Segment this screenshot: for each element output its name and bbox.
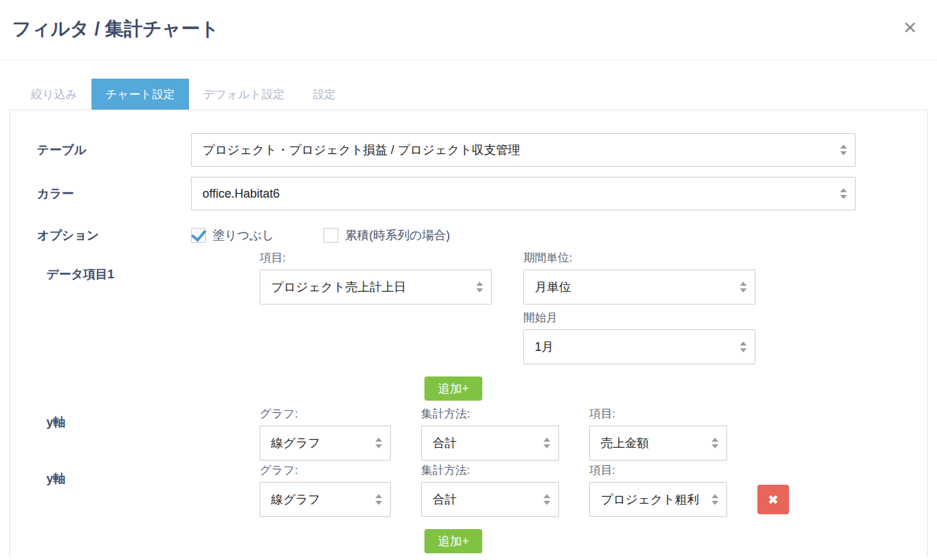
period-unit-label: 期間単位: (523, 250, 755, 266)
dialog-header: フィルタ / 集計チャート × (0, 0, 937, 61)
item-col: 項目: 売上金額 (589, 406, 727, 461)
dialog-title: フィルタ / 集計チャート (12, 16, 219, 42)
y-item-select[interactable]: 売上金額 (589, 426, 727, 461)
chevron-updown-icon (740, 342, 747, 352)
chevron-updown-icon (840, 145, 847, 155)
cumulative-checkbox-label: 累積(時系列の場合) (345, 227, 450, 243)
fill-checkbox-label: 塗りつぶし (213, 227, 274, 243)
tab-settings[interactable]: 設定 (299, 79, 350, 110)
chevron-updown-icon (544, 438, 550, 448)
method-col: 集計方法: 合計 (421, 463, 559, 517)
item-label: 項目: (589, 406, 727, 422)
checkbox-checked-icon[interactable] (191, 228, 206, 243)
y-item-select[interactable]: プロジェクト粗利 (589, 482, 727, 517)
graph-type-select[interactable]: 線グラフ (260, 426, 391, 461)
data-item1-label: データ項目1 (28, 250, 260, 282)
aggregation-method-label: 集計方法: (421, 463, 559, 478)
graph-type-select[interactable]: 線グラフ (260, 482, 391, 517)
y-axis-row: y軸 グラフ: 線グラフ 集計方法: 合計 項目: 売上金額 (28, 406, 909, 461)
options-row: オプション 塗りつぶし 累積(時系列の場合) (28, 227, 909, 243)
chevron-updown-icon (375, 438, 382, 448)
graph-col: グラフ: 線グラフ (260, 463, 391, 517)
graph-label: グラフ: (260, 463, 391, 478)
options-label: オプション (28, 227, 191, 243)
start-month-label: 開始月 (523, 310, 755, 325)
y-item-value: プロジェクト粗利 (601, 491, 700, 508)
data-item1-item-col: 項目: プロジェクト売上計上日 (260, 250, 492, 305)
table-row: テーブル プロジェクト・プロジェクト損益 / プロジェクト収支管理 (28, 133, 909, 167)
table-select[interactable]: プロジェクト・プロジェクト損益 / プロジェクト収支管理 (191, 133, 856, 167)
chevron-updown-icon (840, 188, 847, 199)
chart-settings-panel: テーブル プロジェクト・プロジェクト損益 / プロジェクト収支管理 カラー of… (9, 110, 928, 558)
graph-type-value: 線グラフ (271, 491, 320, 508)
color-row: カラー office.Habitat6 (28, 177, 909, 210)
table-select-value: プロジェクト・プロジェクト損益 / プロジェクト収支管理 (202, 142, 521, 158)
item-label: 項目: (260, 250, 492, 266)
y-axis-row: y軸 グラフ: 線グラフ 集計方法: 合計 項目: プロジェクト粗利 (28, 463, 909, 517)
graph-type-value: 線グラフ (271, 435, 320, 451)
add-y-axis-button[interactable]: 追加+ (424, 529, 482, 553)
chevron-updown-icon (375, 494, 382, 505)
tab-bar: 絞り込み チャート設定 デフォルト設定 設定 (17, 79, 937, 110)
aggregation-method-value: 合計 (433, 491, 457, 508)
add-data-item-button[interactable]: 追加+ (424, 376, 482, 401)
method-col: 集計方法: 合計 (421, 406, 559, 461)
item-col: 項目: プロジェクト粗利 (589, 463, 727, 517)
color-label: カラー (28, 186, 191, 202)
chevron-updown-icon (476, 282, 483, 292)
aggregation-method-label: 集計方法: (421, 406, 559, 422)
graph-col: グラフ: 線グラフ (260, 406, 391, 461)
period-unit-select[interactable]: 月単位 (523, 270, 755, 305)
data-item1-period-col: 期間単位: 月単位 開始月 1月 (523, 250, 755, 364)
y-axis-label: y軸 (28, 463, 260, 487)
close-icon[interactable]: × (895, 12, 925, 42)
period-unit-value: 月単位 (535, 279, 571, 295)
data-item1-section: データ項目1 項目: プロジェクト売上計上日 期間単位: 月単位 開始月 1月 (28, 250, 909, 364)
aggregation-method-value: 合計 (433, 435, 457, 451)
data-item1-item-select[interactable]: プロジェクト売上計上日 (260, 270, 492, 305)
chevron-updown-icon (740, 282, 747, 292)
start-month-value: 1月 (535, 339, 554, 355)
color-select-value: office.Habitat6 (202, 187, 280, 201)
checkbox-unchecked-icon[interactable] (324, 228, 338, 243)
aggregation-method-select[interactable]: 合計 (421, 482, 559, 517)
tab-default-settings[interactable]: デフォルト設定 (189, 79, 299, 110)
chevron-updown-icon (544, 494, 550, 505)
chevron-updown-icon (712, 438, 718, 448)
chevron-updown-icon (712, 494, 718, 505)
aggregation-method-select[interactable]: 合計 (421, 426, 559, 461)
cumulative-checkbox-group[interactable]: 累積(時系列の場合) (324, 227, 450, 243)
tab-chart-settings[interactable]: チャート設定 (91, 79, 189, 110)
fill-checkbox-group[interactable]: 塗りつぶし (191, 227, 274, 243)
tab-filter[interactable]: 絞り込み (17, 79, 91, 110)
y-axis-label: y軸 (28, 406, 260, 430)
y-item-value: 売上金額 (601, 435, 649, 451)
item-label: 項目: (589, 463, 727, 478)
data-item1-item-value: プロジェクト売上計上日 (271, 279, 406, 295)
delete-y-axis-icon[interactable]: ✖ (757, 485, 789, 514)
table-label: テーブル (28, 142, 191, 158)
start-month-select[interactable]: 1月 (523, 329, 755, 364)
graph-label: グラフ: (260, 406, 391, 422)
color-select[interactable]: office.Habitat6 (191, 177, 856, 210)
